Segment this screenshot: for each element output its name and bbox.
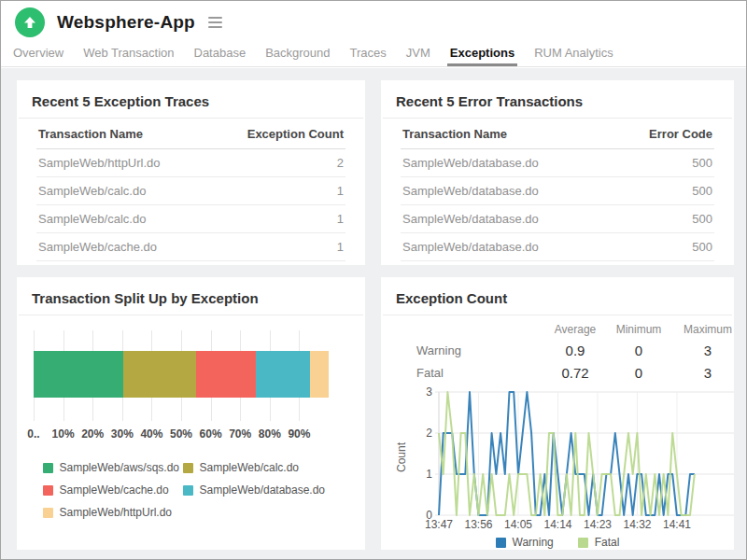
x-tick-label: 60% <box>200 427 222 441</box>
x-tick-label: 13:47 <box>425 518 453 530</box>
panel-title: Recent 5 Error Transactions <box>396 93 721 109</box>
app-header: Websphere-App <box>1 1 746 44</box>
y-tick-label: 2 <box>426 427 432 440</box>
x-tick-label: 30% <box>111 427 134 441</box>
legend-item[interactable]: Warning <box>496 536 554 549</box>
value-cell: 1 <box>217 261 345 266</box>
stats-value: 0 <box>613 343 665 358</box>
column-header: Exception Count <box>217 119 345 149</box>
stats-value: 0.9 <box>538 343 613 358</box>
exception-count-legend: WarningFatal <box>394 536 721 549</box>
top-bar: Websphere-App OverviewWeb TransactionDat… <box>1 1 746 68</box>
stats-row-label: Warning <box>394 343 538 357</box>
x-tick-label: 14:41 <box>663 518 691 530</box>
y-tick-label: 1 <box>426 468 432 481</box>
table-row: SampleWeb/database.do500 <box>401 233 714 261</box>
stats-value: 3 <box>665 343 734 358</box>
x-tick-label: 10% <box>52 427 75 441</box>
tab-overview[interactable]: Overview <box>10 44 66 66</box>
tab-rum-analytics[interactable]: RUM Analytics <box>531 44 616 66</box>
transaction-name-cell: SampleWeb/database.do <box>401 149 613 177</box>
panel-title: Transaction Split Up by Exception <box>32 290 352 306</box>
divider <box>383 315 732 315</box>
legend-item[interactable]: SampleWeb/cache.do <box>43 483 183 497</box>
bar-segment[interactable] <box>196 351 256 398</box>
legend-item[interactable]: Fatal <box>578 536 620 549</box>
legend-swatch <box>578 538 588 548</box>
tab-background[interactable]: Background <box>262 44 332 66</box>
legend-item[interactable]: SampleWeb/calc.do <box>183 461 340 474</box>
bar-segment[interactable] <box>123 351 196 398</box>
x-tick-label: 70% <box>229 427 251 441</box>
divider <box>19 315 363 315</box>
transaction-name-cell: SampleWeb/database.do <box>401 233 613 261</box>
transaction-name-cell: SampleWeb/database.do <box>401 205 613 233</box>
table-row: SampleWeb/calc.do1 <box>36 205 345 233</box>
tab-bar: OverviewWeb TransactionDatabaseBackgroun… <box>1 44 746 67</box>
legend-label: SampleWeb/aws/sqs.do <box>60 461 180 474</box>
stats-value: 3 <box>665 365 734 381</box>
panel-recent-error-transactions: Recent 5 Error Transactions Transaction … <box>381 80 734 265</box>
table-header-row: Transaction NameError Code <box>401 119 714 149</box>
transaction-name-cell: SampleWeb/database.do <box>401 177 613 205</box>
column-header: Transaction Name <box>401 119 613 149</box>
stats-column-header: Minimum <box>613 323 665 336</box>
transaction-name-cell: SampleWeb/calc.do <box>36 205 217 233</box>
value-cell: 1 <box>217 205 345 233</box>
legend-swatch <box>43 508 53 518</box>
panel-title: Exception Count <box>396 290 721 306</box>
x-tick-label: 14:14 <box>543 518 571 530</box>
value-cell: 500 <box>613 149 714 177</box>
table-row: SampleWeb/database.do500 <box>401 149 714 177</box>
tab-jvm[interactable]: JVM <box>403 44 433 66</box>
stats-value: 0.72 <box>538 365 613 381</box>
tab-database[interactable]: Database <box>191 44 249 66</box>
x-tick-label: 14:32 <box>623 518 651 530</box>
exception-traces-table: Transaction NameException CountSampleWeb… <box>36 119 345 265</box>
legend-swatch <box>183 463 193 473</box>
table-header-row: Transaction NameException Count <box>36 119 345 149</box>
legend-label: SampleWeb/database.do <box>200 483 326 497</box>
legend-label: SampleWeb/calc.do <box>200 461 300 474</box>
stats-column-header: Average <box>538 323 613 336</box>
column-header: Error Code <box>613 119 714 149</box>
x-tick-label: 80% <box>259 427 281 441</box>
panel-exception-count: Exception Count AverageMinimumMaximumWar… <box>381 277 734 550</box>
value-cell: 500 <box>613 261 714 266</box>
x-tick-label: 50% <box>170 427 192 441</box>
legend-swatch <box>43 485 53 496</box>
up-arrow-icon <box>15 7 45 37</box>
transaction-split-legend: SampleWeb/aws/sqs.doSampleWeb/calc.doSam… <box>30 461 352 519</box>
x-tick-label: 0.. <box>27 427 39 441</box>
x-tick-label: 14:23 <box>584 518 612 530</box>
hamburger-menu-icon[interactable] <box>205 14 225 31</box>
legend-item[interactable]: SampleWeb/database.do <box>183 483 340 497</box>
legend-swatch <box>183 485 193 496</box>
stats-value: 0 <box>613 365 665 381</box>
transaction-name-cell: SampleWeb/calc.do <box>36 177 217 205</box>
legend-swatch <box>496 538 506 548</box>
table-row: SampleWeb/database.do1 <box>36 261 345 266</box>
table-row: SampleWeb/httpUrl.do2 <box>36 149 345 177</box>
legend-item[interactable]: SampleWeb/httpUrl.do <box>43 506 183 519</box>
value-cell: 500 <box>613 233 714 261</box>
x-tick-label: 14:05 <box>504 518 532 530</box>
tab-traces[interactable]: Traces <box>347 44 389 66</box>
legend-label: Warning <box>513 536 554 549</box>
bar-segment[interactable] <box>34 351 123 398</box>
bar-segment[interactable] <box>256 351 310 398</box>
x-tick-label: 90% <box>288 427 310 441</box>
stats-column-header: Maximum <box>665 323 734 336</box>
bar-segment[interactable] <box>310 351 329 398</box>
x-tick-label: 20% <box>81 427 104 441</box>
tab-web-transaction[interactable]: Web Transaction <box>80 44 176 66</box>
tab-exceptions[interactable]: Exceptions <box>447 44 517 66</box>
table-row: SampleWeb/calc.do1 <box>36 177 345 205</box>
value-cell: 1 <box>217 177 345 205</box>
legend-swatch <box>43 463 53 473</box>
legend-item[interactable]: SampleWeb/aws/sqs.do <box>43 461 183 474</box>
panel-recent-exception-traces: Recent 5 Exception Traces Transaction Na… <box>17 80 365 265</box>
app-title: Websphere-App <box>57 12 195 33</box>
x-tick-label: 40% <box>140 427 162 441</box>
legend-label: SampleWeb/cache.do <box>60 483 169 497</box>
